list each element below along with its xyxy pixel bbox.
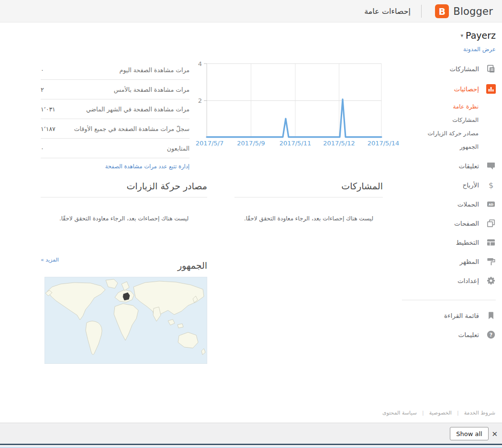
sidebar-subitem-audience[interactable]: الجمهور: [396, 140, 502, 153]
sidebar-item-label: تعليقات: [459, 162, 479, 170]
table-row: مرات مشاهدة الصفحة بالأمس ٢: [41, 80, 190, 99]
sidebar-nav: المشاركات إحصائيات نظرة عامة المشاركات م…: [396, 59, 502, 290]
more-link[interactable]: المزيد »: [41, 257, 59, 263]
y-tick-label: 2: [198, 97, 202, 104]
page-title: إحصاءات عامة: [364, 7, 411, 16]
sidebar-divider: [402, 300, 496, 300]
svg-text:$: $: [489, 181, 493, 190]
campaigns-icon: AD: [486, 199, 496, 209]
stat-value: ٠: [41, 66, 44, 74]
section-title: المشاركات: [234, 181, 383, 197]
comments-icon: [486, 161, 496, 171]
table-row: سجلّ مرات مشاهدة الصفحة في جميع الأوقات …: [41, 119, 190, 139]
sidebar-item-label: قائمة القراءة: [444, 312, 479, 319]
show-all-button[interactable]: Show all: [450, 427, 489, 440]
stat-value: ١٬١٨٧: [41, 125, 56, 132]
brand-name: Blogger: [453, 6, 493, 17]
stats-subnav: نظرة عامة المشاركات مصادر حركة الزيارات …: [396, 99, 502, 156]
sidebar-subitem-overview[interactable]: نظرة عامة: [396, 100, 502, 113]
sidebar-item-theme[interactable]: المظهر: [396, 252, 502, 271]
blog-name: Payerz: [466, 30, 496, 41]
section-title: الجمهور: [41, 260, 207, 271]
audience-section: المزيد » الجمهور: [41, 256, 207, 364]
sidebar-item-pages[interactable]: الصفحات: [396, 214, 502, 233]
stat-value: ٢: [41, 86, 44, 93]
help-icon: ?: [486, 330, 496, 339]
posts-section: المشاركات ليست هناك إحصاءات بعد، الرجاء …: [234, 181, 383, 222]
close-icon[interactable]: ✕: [490, 429, 500, 439]
terms-link[interactable]: شروط الخدمة: [464, 410, 495, 416]
table-row: المتابعون ٠: [41, 139, 190, 158]
footer-separator: |: [457, 410, 459, 416]
x-tick-label: 2017/5/7: [196, 140, 223, 147]
blog-selector[interactable]: Payerz ▾: [396, 30, 496, 41]
chevron-down-icon: ▾: [460, 33, 463, 39]
x-tick-label: 2017/5/11: [279, 140, 312, 147]
stat-label: سجلّ مرات مشاهدة الصفحة في جميع الأوقات: [74, 125, 190, 132]
settings-icon: [486, 276, 496, 285]
layout-icon: [486, 238, 496, 247]
empty-state-text: ليست هناك إحصاءات بعد، الرجاء معاودة الت…: [234, 215, 383, 222]
earnings-icon: $: [486, 180, 496, 190]
privacy-link[interactable]: الخصوصية: [429, 410, 452, 416]
sidebar-item-label: الحملات: [457, 200, 479, 208]
x-tick-label: 2017/5/14: [368, 140, 400, 147]
stat-label: مرات مشاهدة الصفحة في الشهر الماضي: [86, 106, 190, 113]
sidebar-item-stats[interactable]: إحصائيات: [396, 79, 502, 99]
header-divider: [421, 5, 422, 18]
theme-icon: [486, 257, 496, 266]
top-header: B Blogger إحصاءات عامة: [0, 0, 502, 22]
view-blog-link[interactable]: عرض المدونة: [396, 46, 496, 53]
content-policy-link[interactable]: سياسة المحتوى: [382, 410, 417, 416]
blogger-logo-icon: B: [435, 4, 449, 18]
sidebar-item-posts[interactable]: المشاركات: [396, 59, 502, 79]
blogger-brand[interactable]: B Blogger: [435, 4, 493, 18]
empty-state-text: ليست هناك إحصاءات بعد، الرجاء معاودة الت…: [41, 215, 207, 222]
pageviews-stats-table: مرات مشاهدة الصفحة اليوم ٠ مرات مشاهدة ا…: [41, 60, 190, 170]
svg-text:?: ?: [490, 332, 492, 338]
sidebar-nav-secondary: قائمة القراءة ? تعليمات: [396, 306, 502, 344]
sidebar-item-settings[interactable]: إعدادات: [396, 271, 502, 290]
sidebar-item-comments[interactable]: تعليقات: [396, 156, 502, 175]
stat-label: مرات مشاهدة الصفحة اليوم: [119, 66, 190, 74]
traffic-sources-section: مصادر حركة الزيارات ليست هناك إحصاءات بع…: [41, 181, 207, 222]
manage-pageview-tracking-link[interactable]: إدارة تتبع عدد مرات مشاهدة الصفحة: [105, 163, 190, 170]
footer-separator: |: [422, 410, 424, 416]
stat-value: ٠: [41, 145, 44, 152]
pageviews-chart: 4 2 2017/5/7 2017/5/9 2017/5/11 2017/5/1…: [197, 57, 400, 148]
table-row: مرات مشاهدة الصفحة في الشهر الماضي ١٬٠٣١: [41, 99, 190, 119]
sidebar-item-layout[interactable]: التخطيط: [396, 233, 502, 252]
stat-label: المتابعون: [167, 145, 190, 152]
footer-links: شروط الخدمة | الخصوصية | سياسة المحتوى: [382, 410, 495, 416]
pages-icon: [486, 219, 496, 228]
reading-list-icon: [486, 311, 496, 320]
sidebar-subitem-posts[interactable]: المشاركات: [396, 113, 502, 127]
sidebar-item-help[interactable]: ? تعليمات: [396, 325, 502, 344]
sidebar-item-label: تعليمات: [458, 331, 479, 339]
sidebar-item-label: الصفحات: [454, 219, 479, 227]
sidebar-item-campaigns[interactable]: AD الحملات: [396, 195, 502, 214]
sidebar-item-label: المظهر: [460, 258, 479, 265]
y-tick-label: 4: [198, 60, 202, 67]
sidebar-item-label: المشاركات: [449, 65, 479, 73]
stat-label: مرات مشاهدة الصفحة بالأمس: [114, 86, 190, 93]
x-tick-label: 2017/5/12: [323, 140, 355, 147]
x-tick-label: 2017/5/9: [237, 140, 265, 147]
sidebar: Payerz ▾ عرض المدونة المشاركات إحصائيات …: [396, 22, 502, 344]
stat-value: ١٬٠٣١: [41, 106, 56, 113]
world-map: [45, 277, 207, 364]
pageviews-line-series: [207, 99, 381, 137]
sidebar-item-label: التخطيط: [456, 239, 479, 246]
sidebar-subitem-traffic-sources[interactable]: مصادر حركة الزيارات: [396, 127, 502, 140]
sidebar-item-label: إحصائيات: [454, 85, 479, 93]
sidebar-item-label: الأرباح: [462, 181, 479, 189]
table-row: مرات مشاهدة الصفحة اليوم ٠: [41, 60, 190, 80]
sidebar-item-earnings[interactable]: $ الأرباح: [396, 175, 502, 195]
sidebar-item-label: إعدادات: [457, 277, 479, 284]
browser-notification-bar: Show all ✕: [0, 423, 502, 445]
map-highlight-germany: [123, 293, 130, 300]
svg-text:AD: AD: [489, 203, 493, 206]
sidebar-item-reading-list[interactable]: قائمة القراءة: [396, 306, 502, 325]
blogger-stats-page: B Blogger إحصاءات عامة Payerz ▾ عرض المد…: [0, 0, 502, 448]
stats-icon: [486, 84, 496, 94]
